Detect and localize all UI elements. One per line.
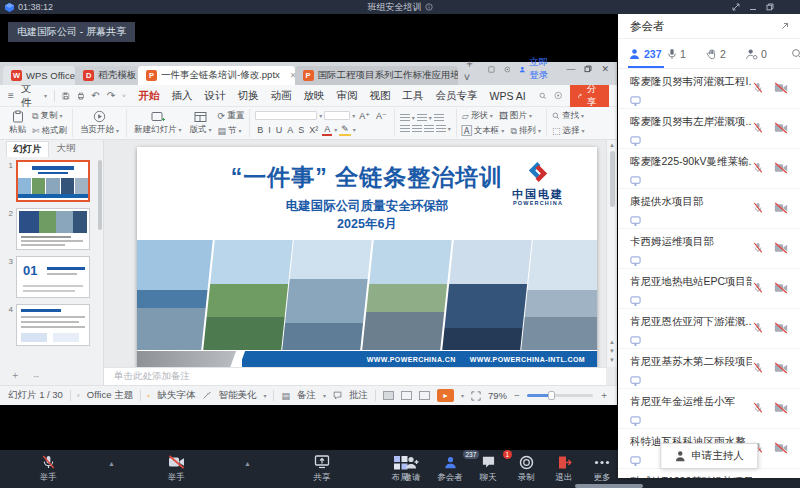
- mic-options-caret-icon[interactable]: ▲: [108, 460, 115, 467]
- participant-mic-muted-icon[interactable]: [752, 80, 764, 98]
- fit-window-icon[interactable]: [471, 391, 481, 401]
- help-icon[interactable]: [554, 90, 562, 101]
- wps-menu-tab[interactable]: WPS AI: [484, 89, 532, 103]
- participant-mic-muted-icon[interactable]: [752, 400, 764, 418]
- arrange-button[interactable]: 排列: [519, 125, 536, 137]
- next-slide-icon[interactable]: ▼: [609, 348, 615, 354]
- close-tab-icon[interactable]: ✕: [290, 71, 295, 80]
- slide-thumbnail-4[interactable]: [16, 304, 90, 346]
- slideshow-play-button[interactable]: ►: [437, 389, 454, 402]
- participant-camera-muted-icon[interactable]: [774, 240, 788, 258]
- tab-raised-hands[interactable]: 2: [706, 48, 745, 60]
- tab-all-participants[interactable]: 237: [628, 48, 667, 60]
- quick-access-caret-icon[interactable]: ˅: [122, 93, 126, 99]
- section-button[interactable]: ▤节▾: [218, 125, 245, 137]
- previous-slide-icon[interactable]: ▲: [609, 339, 615, 345]
- camera-options-caret-icon[interactable]: ▲: [244, 460, 251, 467]
- shapes-button[interactable]: ▱形状▾ 🖼︎图片▾: [462, 110, 541, 122]
- workspace-icon[interactable]: [488, 65, 495, 74]
- tab-waiting[interactable]: 0: [745, 48, 784, 60]
- align-left-icon[interactable]: [400, 125, 410, 133]
- missing-font-warning[interactable]: 缺失字体: [157, 389, 195, 402]
- mic-button[interactable]: 举手: [26, 454, 70, 484]
- slide-sorter-view-icon[interactable]: [401, 391, 412, 400]
- participant-row[interactable]: 肯尼亚年金运维岳小军: [618, 389, 800, 429]
- wps-home-tab[interactable]: W WPS Office: [3, 66, 75, 85]
- notes-button[interactable]: 备注: [297, 389, 316, 402]
- justify-icon[interactable]: [436, 125, 446, 133]
- slide-thumbnail-2[interactable]: [16, 208, 90, 250]
- scrollbar-thumb[interactable]: [610, 151, 615, 207]
- background-document-tab[interactable]: P 国际工程项目系列工作标准应用培训: [295, 66, 458, 85]
- invite-button[interactable]: 邀请: [394, 454, 430, 484]
- picture-button[interactable]: 图片: [510, 110, 527, 122]
- wps-menu-tab[interactable]: 工具: [397, 88, 430, 104]
- more-button[interactable]: 更多: [584, 454, 620, 484]
- participant-camera-muted-icon[interactable]: [774, 360, 788, 378]
- popout-icon[interactable]: [780, 21, 790, 31]
- align-right-icon[interactable]: [424, 125, 434, 133]
- participant-camera-muted-icon[interactable]: [774, 280, 788, 298]
- participant-mic-muted-icon[interactable]: [752, 160, 764, 178]
- exit-button[interactable]: 退出: [546, 454, 582, 484]
- slide-thumbnail-3[interactable]: 01: [16, 256, 90, 298]
- font-color-button[interactable]: A: [322, 124, 332, 136]
- copy-button[interactable]: ⧉复制▾: [32, 110, 67, 122]
- participant-camera-muted-icon[interactable]: [774, 120, 788, 138]
- participant-camera-muted-icon[interactable]: [774, 440, 788, 458]
- font-style-button[interactable]: I: [266, 125, 273, 135]
- participant-camera-muted-icon[interactable]: [774, 200, 788, 218]
- font-family-select[interactable]: [255, 111, 317, 120]
- wps-menu-tab[interactable]: 视图: [364, 88, 397, 104]
- restore-icon[interactable]: [766, 3, 774, 11]
- wps-menu-tab[interactable]: 设计: [199, 88, 232, 104]
- participant-row[interactable]: 肯尼亚地热电站EPC项目部: [618, 269, 800, 309]
- participant-camera-muted-icon[interactable]: [774, 400, 788, 418]
- new-slide-button[interactable]: 新建幻灯片▾: [132, 111, 184, 136]
- zoom-slider[interactable]: [527, 394, 593, 397]
- participant-row[interactable]: 科威特T1282基础设施项目: [618, 469, 800, 478]
- wps-close-icon[interactable]: ✕: [601, 64, 609, 74]
- participant-row[interactable]: 康提供水项目部: [618, 189, 800, 229]
- new-tab-button[interactable]: ＋ ˅: [458, 56, 488, 85]
- align-center-icon[interactable]: [412, 125, 422, 133]
- slide-layout-button[interactable]: 版式▾: [188, 111, 214, 136]
- decrease-font-icon[interactable]: A⁻: [374, 111, 389, 121]
- font-style-button[interactable]: B: [255, 125, 265, 135]
- scroll-down-icon[interactable]: ▼: [609, 357, 615, 363]
- thumbnail-scrollbar[interactable]: [98, 160, 102, 230]
- select-button[interactable]: ⬚选择▾: [552, 125, 585, 137]
- wps-menu-tab[interactable]: 会员专享: [430, 88, 484, 104]
- notes-placeholder[interactable]: 单击此处添加备注: [104, 367, 606, 385]
- participants-list[interactable]: 喀麦隆贝努韦河灌溉工程I...: [618, 69, 800, 478]
- smart-beautify-button[interactable]: 智能美化: [218, 389, 256, 402]
- participant-row[interactable]: 喀麦隆225-90kV曼维莱输...: [618, 149, 800, 189]
- font-style-button[interactable]: A: [285, 125, 295, 135]
- participant-mic-muted-icon[interactable]: [752, 120, 764, 138]
- participant-mic-muted-icon[interactable]: [752, 360, 764, 378]
- reset-button[interactable]: ⟳重置: [218, 110, 245, 122]
- login-button[interactable]: 立即登录: [519, 56, 557, 82]
- print-icon[interactable]: [77, 91, 85, 101]
- play-from-current-button[interactable]: 当页开始▾: [78, 110, 121, 136]
- participant-camera-muted-icon[interactable]: [774, 160, 788, 178]
- participant-mic-muted-icon[interactable]: [752, 200, 764, 218]
- participant-mic-muted-icon[interactable]: [752, 280, 764, 298]
- participant-row[interactable]: 肯尼亚基苏木第二标段项目: [618, 349, 800, 389]
- scroll-up-icon[interactable]: ▲: [609, 142, 615, 148]
- record-button[interactable]: 录制: [508, 454, 544, 484]
- participant-row[interactable]: 肯尼亚恩佐亚河下游灌溉...: [618, 309, 800, 349]
- participant-row[interactable]: 喀麦隆贝努韦河灌溉工程I...: [618, 69, 800, 109]
- font-style-button[interactable]: X²: [307, 125, 320, 135]
- wps-menu-tab[interactable]: 放映: [298, 88, 331, 104]
- comments-button[interactable]: 批注: [349, 389, 368, 402]
- increase-font-icon[interactable]: A⁺: [357, 111, 372, 121]
- participant-row[interactable]: 卡西姆运维项目部: [618, 229, 800, 269]
- tab-outline[interactable]: 大纲: [51, 141, 82, 156]
- fullscreen-icon[interactable]: [732, 3, 740, 11]
- wps-menu-tab[interactable]: 开始: [133, 88, 166, 104]
- wps-menu-tab[interactable]: 审阅: [331, 88, 364, 104]
- zoom-in-icon[interactable]: ＋: [600, 389, 610, 402]
- wps-restore-icon[interactable]: [584, 65, 592, 73]
- slide-scrollbar[interactable]: ▲ ▲ ▼ ▼: [606, 140, 617, 367]
